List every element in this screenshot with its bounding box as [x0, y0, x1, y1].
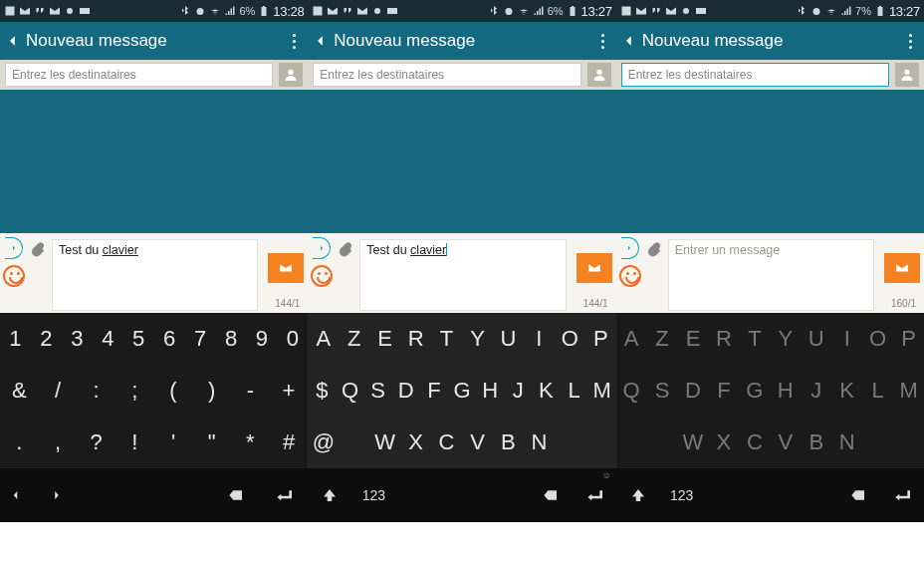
key-X[interactable]: X [400, 417, 431, 468]
key-blank[interactable] [555, 417, 585, 468]
key-T[interactable]: T [739, 313, 770, 365]
attach-button[interactable] [338, 239, 355, 311]
send-button[interactable] [268, 253, 304, 283]
key-H[interactable]: H [476, 365, 504, 417]
key-V[interactable]: V [770, 417, 801, 468]
key-Z[interactable]: Z [339, 313, 369, 365]
message-thread[interactable] [0, 90, 308, 233]
key-'[interactable]: ' [154, 417, 193, 468]
key-&[interactable]: & [0, 365, 39, 417]
key-9[interactable]: 9 [247, 313, 278, 365]
message-thread[interactable] [308, 90, 615, 233]
key-R[interactable]: R [708, 313, 739, 365]
key-I[interactable]: I [524, 313, 555, 365]
back-button[interactable]: Nouveau message [6, 31, 167, 51]
message-thread[interactable] [616, 90, 924, 233]
message-input[interactable]: Test du clavier [52, 239, 258, 311]
key-O[interactable]: O [555, 313, 585, 365]
key-C[interactable]: C [739, 417, 770, 468]
recipients-input[interactable] [313, 63, 580, 87]
key-B[interactable]: B [801, 417, 831, 468]
key-$[interactable]: $ [308, 365, 336, 417]
key-/[interactable]: / [39, 365, 78, 417]
key-D[interactable]: D [678, 365, 709, 417]
key-:[interactable]: : [77, 365, 116, 417]
key-M[interactable]: M [893, 365, 924, 417]
key-)[interactable]: ) [192, 365, 231, 417]
key-B[interactable]: B [493, 417, 524, 468]
numeric-key[interactable]: 123 [660, 468, 704, 522]
key-;[interactable]: ; [116, 365, 154, 417]
key--[interactable]: - [231, 365, 270, 417]
key-![interactable]: ! [116, 417, 154, 468]
add-contact-button[interactable] [895, 63, 919, 87]
add-contact-button[interactable] [279, 63, 303, 87]
menu-button[interactable] [289, 30, 300, 53]
back-button[interactable]: Nouveau message [314, 31, 475, 51]
key-P[interactable]: P [585, 313, 616, 365]
key-([interactable]: ( [154, 365, 193, 417]
key-J[interactable]: J [504, 365, 532, 417]
key-+[interactable]: + [270, 365, 309, 417]
attach-button[interactable] [646, 239, 664, 311]
space-key[interactable] [704, 468, 836, 522]
key-blank[interactable] [647, 417, 678, 468]
numeric-key[interactable]: 123 [351, 468, 395, 522]
key-?[interactable]: ? [77, 417, 116, 468]
key-Q[interactable]: Q [616, 365, 647, 417]
key-A[interactable]: A [308, 313, 339, 365]
key-R[interactable]: R [400, 313, 431, 365]
key-K[interactable]: K [831, 365, 862, 417]
key-4[interactable]: 4 [93, 313, 123, 365]
menu-button[interactable] [597, 30, 608, 53]
key-X[interactable]: X [708, 417, 739, 468]
key-7[interactable]: 7 [185, 313, 216, 365]
key-blank[interactable] [585, 417, 616, 468]
key-F[interactable]: F [420, 365, 448, 417]
key-D[interactable]: D [392, 365, 420, 417]
key-L[interactable]: L [560, 365, 587, 417]
key-[interactable]: " [192, 417, 231, 468]
key-A[interactable]: A [616, 313, 647, 365]
key-O[interactable]: O [862, 313, 893, 365]
key-G[interactable]: G [739, 365, 770, 417]
key-3[interactable]: 3 [62, 313, 93, 365]
key-Y[interactable]: Y [770, 313, 801, 365]
key-E[interactable]: E [369, 313, 400, 365]
key-5[interactable]: 5 [123, 313, 154, 365]
key-V[interactable]: V [462, 417, 493, 468]
recipients-input[interactable] [621, 63, 889, 87]
enter-key[interactable] [880, 468, 924, 522]
key-U[interactable]: U [493, 313, 524, 365]
key-S[interactable]: S [647, 365, 678, 417]
expand-button[interactable] [5, 237, 23, 259]
menu-button[interactable] [905, 30, 916, 53]
key-blank[interactable] [893, 417, 924, 468]
key-left[interactable] [0, 468, 38, 522]
key-E[interactable]: E [678, 313, 709, 365]
shift-key[interactable] [616, 468, 660, 522]
key-0[interactable]: 0 [277, 313, 308, 365]
backspace-key[interactable] [529, 468, 573, 522]
key-8[interactable]: 8 [216, 313, 247, 365]
key-blank[interactable] [862, 417, 893, 468]
recipients-input[interactable] [5, 63, 273, 87]
key-C[interactable]: C [431, 417, 462, 468]
key-6[interactable]: 6 [154, 313, 185, 365]
key-#[interactable]: # [270, 417, 309, 468]
key-U[interactable]: U [801, 313, 831, 365]
key-blank[interactable] [616, 417, 647, 468]
key-2[interactable]: 2 [31, 313, 62, 365]
emoji-button[interactable] [619, 265, 641, 287]
message-input[interactable]: Entrer un message [668, 239, 874, 311]
key-W[interactable]: W [369, 417, 400, 468]
message-input[interactable]: Test du clavier [359, 239, 566, 311]
key-W[interactable]: W [678, 417, 709, 468]
backspace-key[interactable] [836, 468, 880, 522]
add-contact-button[interactable] [587, 63, 611, 87]
key-N[interactable]: N [831, 417, 862, 468]
key-Z[interactable]: Z [647, 313, 678, 365]
key-F[interactable]: F [708, 365, 739, 417]
send-button[interactable] [884, 253, 920, 283]
space-key[interactable] [395, 468, 528, 522]
